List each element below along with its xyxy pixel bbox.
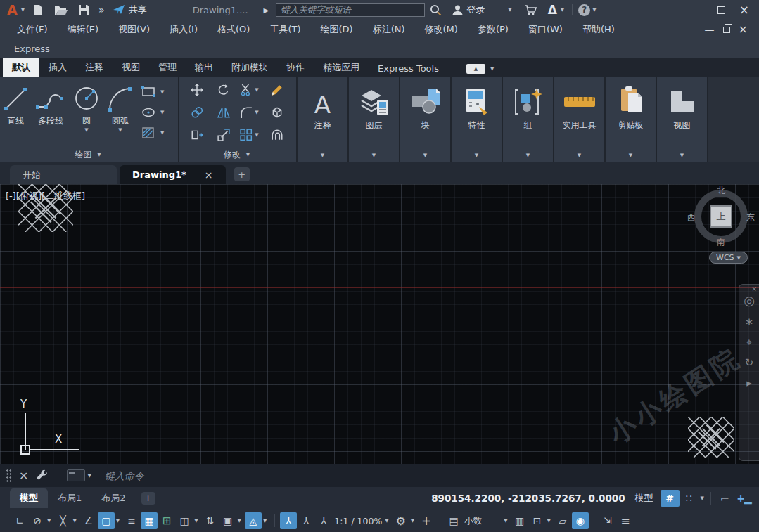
grid-display-toggle[interactable]: # (661, 490, 680, 507)
zoom-icon[interactable]: ⌖ (746, 337, 752, 348)
tool-polyline[interactable]: 多段线 (31, 77, 70, 148)
draw-panel-title[interactable]: 绘图▼ (0, 148, 178, 162)
tool-offset[interactable] (271, 129, 283, 141)
help-button[interactable]: ? (578, 4, 590, 16)
doc-minimize-button[interactable]: — (705, 25, 715, 34)
snap-mode-caret-icon[interactable]: ▼ (701, 495, 704, 501)
tool-explode[interactable] (271, 106, 283, 119)
command-close-icon[interactable]: × (19, 469, 28, 482)
tool-array[interactable]: ▼ (240, 129, 260, 141)
menu-parametric[interactable]: 参数(P) (468, 23, 518, 36)
settings-caret-icon[interactable]: ▼ (411, 518, 414, 524)
annotation-panel-caret-icon[interactable]: ▼ (321, 153, 324, 158)
drawing-canvas[interactable]: [-][俯视][二维线框] 北 南 西 东 上 WCS▼ × ◎ ∗ ⌖ ↻ ▸ (0, 184, 759, 464)
tool-circle-caret-icon[interactable]: ▼ (84, 127, 88, 133)
navbar-close-icon[interactable]: × (751, 285, 757, 292)
ortho-mode-icon[interactable]: ∟ (11, 512, 28, 529)
tool-hatch-caret-icon[interactable]: ▼ (160, 130, 164, 136)
snap-mode-toggle[interactable]: ∷ (680, 490, 699, 507)
search-input[interactable] (276, 3, 425, 17)
tool-ellipse[interactable]: ▼ (141, 107, 166, 118)
selection-filter-icon[interactable]: ▣ (219, 512, 236, 529)
annotation-scale-value[interactable]: 1:1 / 100% (334, 516, 382, 526)
annotation-visibility-icon[interactable]: ⅄ (280, 512, 297, 529)
gizmo-icon[interactable]: ◬ (245, 512, 262, 529)
lineweight-icon[interactable]: ≡ (123, 512, 140, 529)
menu-tools[interactable]: 工具(T) (260, 23, 310, 36)
polar-tracking-caret-icon[interactable]: ▼ (47, 518, 51, 524)
command-input[interactable] (105, 470, 400, 481)
ribbon-tab-addins[interactable]: 附加模块 (222, 58, 277, 77)
dynamic-input-toggle[interactable]: +▁ (734, 490, 753, 507)
tool-move[interactable] (191, 84, 203, 96)
tool-fillet-caret-icon[interactable]: ▼ (255, 110, 258, 115)
title-nav-arrow-icon[interactable]: ▶ (264, 6, 269, 14)
tool-trim[interactable]: ▼ (240, 84, 260, 96)
maximize-button[interactable] (717, 6, 725, 14)
annotation-scale-icon[interactable]: ⅄ (315, 512, 332, 529)
tool-array-caret-icon[interactable]: ▼ (255, 132, 258, 138)
customization-icon[interactable]: ≡ (617, 512, 634, 529)
panel-block[interactable]: 块 ▼ (400, 77, 450, 162)
ribbon-collapse-button[interactable]: ▲ (466, 64, 485, 74)
file-tab-drawing1[interactable]: Drawing1* × (120, 165, 226, 184)
gizmo-caret-icon[interactable]: ▼ (263, 518, 267, 524)
tool-rectangle-caret-icon[interactable]: ▼ (160, 89, 164, 95)
menu-help[interactable]: 帮助(H) (573, 23, 625, 36)
menu-dimension[interactable]: 标注(N) (363, 23, 415, 36)
open-file-button[interactable] (54, 4, 68, 15)
settings-gear-icon[interactable]: ⚙ (393, 512, 409, 529)
ribbon-tab-manage[interactable]: 管理 (149, 58, 186, 77)
tool-line[interactable]: 直线 (0, 77, 31, 148)
panel-annotation[interactable]: A 注释 ▼ (298, 77, 347, 162)
app-store-button[interactable] (524, 4, 537, 15)
menu-insert[interactable]: 插入(I) (160, 23, 208, 36)
panel-properties[interactable]: 特性 ▼ (452, 77, 502, 162)
dynamic-ucs-icon[interactable]: ⇅ (202, 512, 219, 529)
command-prompt-caret-icon[interactable]: ▼ (87, 473, 91, 479)
app-menu-button[interactable]: A (7, 4, 18, 17)
layout-tab-add-button[interactable]: + (141, 492, 155, 505)
ribbon-tab-output[interactable]: 输出 (186, 58, 222, 77)
clipboard-panel-caret-icon[interactable]: ▼ (629, 153, 632, 158)
clean-screen-icon[interactable]: ⇲ (599, 512, 616, 529)
quick-access-more-button[interactable]: » (98, 4, 103, 15)
tool-erase[interactable] (271, 84, 283, 96)
paper-space-icon[interactable]: ⌐ (715, 490, 734, 507)
layers-panel-caret-icon[interactable]: ▼ (372, 153, 376, 158)
tool-scale[interactable] (217, 129, 230, 141)
coordinates-display[interactable]: 890154.2200, -212035.7267, 0.0000 (431, 493, 625, 504)
view-cube[interactable]: 北 南 西 东 上 (691, 187, 751, 246)
ribbon-tab-annotate[interactable]: 注释 (76, 58, 113, 77)
new-file-button[interactable] (32, 4, 44, 15)
groups-panel-caret-icon[interactable]: ▼ (526, 153, 530, 158)
units-caret-icon[interactable]: ▼ (504, 518, 507, 524)
menu-format[interactable]: 格式(O) (208, 23, 260, 36)
tool-hatch[interactable]: ▼ (141, 126, 166, 139)
transparency-icon[interactable]: ▦ (141, 512, 158, 529)
ribbon-tab-featured-apps[interactable]: 精选应用 (314, 58, 369, 77)
utilities-panel-caret-icon[interactable]: ▼ (578, 153, 581, 158)
units-value[interactable]: 小数 (464, 515, 501, 527)
command-tools-wrench-icon[interactable] (37, 469, 49, 481)
modify-panel-title[interactable]: 修改▼ (179, 148, 296, 162)
share-button[interactable]: 共享 (113, 4, 147, 16)
3d-object-snap-caret-icon[interactable]: ▼ (194, 518, 198, 524)
viewcube-north-label[interactable]: 北 (717, 185, 725, 197)
account-caret-icon[interactable]: ▼ (508, 7, 511, 13)
close-button[interactable]: × (739, 4, 749, 16)
view-panel-caret-icon[interactable]: ▼ (680, 153, 684, 158)
annotation-scale-caret-icon[interactable]: ▼ (385, 518, 388, 524)
tool-arc[interactable]: 圆弧 ▼ (103, 77, 138, 148)
panel-groups[interactable]: 组 ▼ (503, 77, 553, 162)
menu-view[interactable]: 视图(V) (108, 23, 160, 36)
command-grip-handle[interactable] (6, 469, 12, 483)
lock-ui-icon[interactable]: ⊡ (529, 512, 546, 529)
show-motion-icon[interactable]: ▸ (746, 378, 752, 389)
menu-modify[interactable]: 修改(M) (415, 23, 468, 36)
minimize-button[interactable]: — (694, 5, 703, 15)
tool-copy[interactable] (191, 106, 203, 119)
isometric-drafting-icon[interactable]: ╳ (54, 512, 71, 529)
viewcube-east-label[interactable]: 东 (746, 212, 755, 223)
isometric-drafting-caret-icon[interactable]: ▼ (72, 518, 76, 524)
